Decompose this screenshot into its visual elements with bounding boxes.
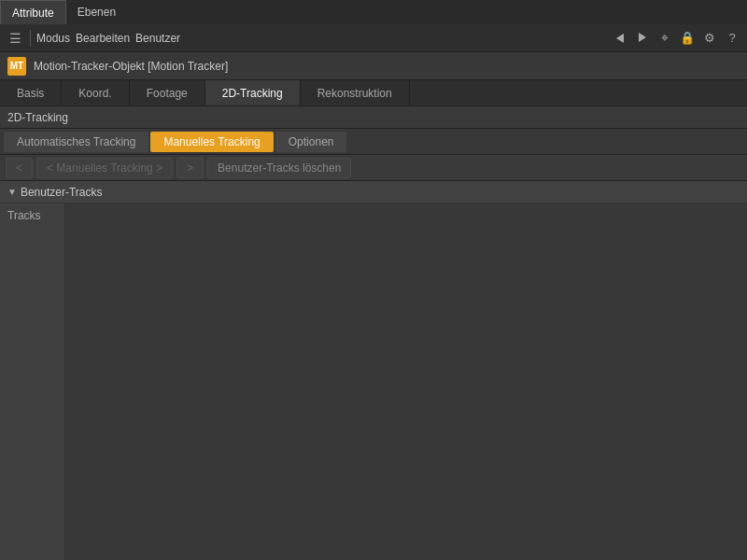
object-header: MT Motion-Tracker-Objekt [Motion Tracker… <box>0 52 747 80</box>
arrow-left-icon[interactable] <box>611 29 629 48</box>
menu-icon[interactable]: ☰ <box>6 29 24 48</box>
sub-tab-manuelles[interactable]: Manuelles Tracking <box>150 132 273 152</box>
arrow-right-icon[interactable] <box>633 29 652 48</box>
tab-ebenen-label: Ebenen <box>78 6 116 19</box>
nav-prev-manual-button[interactable]: < Manuelles Tracking > <box>36 158 173 178</box>
tab-basis[interactable]: Basis <box>0 80 62 105</box>
nav-next-label: > <box>187 161 193 175</box>
tab-2d-tracking[interactable]: 2D-Tracking <box>205 80 301 105</box>
benutzer-tracks-header[interactable]: ▼ Benutzer-Tracks <box>0 181 747 203</box>
content-area: Tracks <box>0 203 747 560</box>
tab-ebenen[interactable]: Ebenen <box>66 0 127 24</box>
sub-tab-bar: Automatisches Tracking Manuelles Trackin… <box>0 129 747 155</box>
nav-prev-button[interactable]: < <box>6 158 33 178</box>
object-title: Motion-Tracker-Objekt [Motion Tracker] <box>34 60 228 73</box>
sub-tab-manuelles-label: Manuelles Tracking <box>163 135 260 148</box>
tab-rekonstruktion[interactable]: Rekonstruktion <box>301 80 410 105</box>
sub-tab-automatisches-label: Automatisches Tracking <box>17 135 135 148</box>
toolbar-separator-1 <box>30 30 31 47</box>
toolbar: ☰ Modus Bearbeiten Benutzer ⌖ 🔒 ⚙ ? <box>0 24 747 52</box>
modus-menu[interactable]: Modus <box>36 32 70 45</box>
cursor-icon[interactable]: ⌖ <box>655 29 674 48</box>
nav-prev-label: < <box>16 161 22 175</box>
benutzer-menu[interactable]: Benutzer <box>135 32 180 45</box>
sub-tab-automatisches[interactable]: Automatisches Tracking <box>4 132 148 152</box>
sub-tab-optionen-label: Optionen <box>289 135 334 148</box>
sub-tab-optionen[interactable]: Optionen <box>275 132 347 152</box>
main-tab-bar: Basis Koord. Footage 2D-Tracking Rekonst… <box>0 80 747 106</box>
bearbeiten-menu[interactable]: Bearbeiten <box>76 32 130 45</box>
object-icon: MT <box>7 57 26 76</box>
section-title: 2D-Tracking <box>7 111 68 124</box>
tracks-label: Tracks <box>0 203 65 560</box>
tab-footage-label: Footage <box>147 87 188 100</box>
tab-2d-tracking-label: 2D-Tracking <box>222 87 283 100</box>
nav-row: < < Manuelles Tracking > > Benutzer-Trac… <box>0 155 747 181</box>
nav-next-button[interactable]: > <box>176 158 204 178</box>
nav-prev-manual-label: < Manuelles Tracking > <box>47 161 162 175</box>
tab-attribute[interactable]: Attribute <box>0 0 66 24</box>
lock-icon[interactable]: 🔒 <box>678 29 697 48</box>
tab-attribute-label: Attribute <box>12 7 54 20</box>
tab-koord-label: Koord. <box>78 87 111 100</box>
benutzer-tracks-title: Benutzer-Tracks <box>21 186 103 199</box>
tab-rekonstruktion-label: Rekonstruktion <box>317 87 392 100</box>
tab-basis-label: Basis <box>17 87 44 100</box>
toolbar-right: ⌖ 🔒 ⚙ ? <box>611 29 741 48</box>
tab-footage[interactable]: Footage <box>130 80 205 105</box>
collapse-icon: ▼ <box>7 187 17 197</box>
delete-tracks-button[interactable]: Benutzer-Tracks löschen <box>207 158 351 178</box>
delete-tracks-label: Benutzer-Tracks löschen <box>218 161 341 175</box>
top-tab-bar: Attribute Ebenen <box>0 0 747 24</box>
section-header: 2D-Tracking <box>0 106 747 129</box>
settings-icon[interactable]: ⚙ <box>700 29 719 48</box>
tab-koord[interactable]: Koord. <box>62 80 129 105</box>
help-icon[interactable]: ? <box>723 29 741 48</box>
tracks-content <box>65 203 747 560</box>
